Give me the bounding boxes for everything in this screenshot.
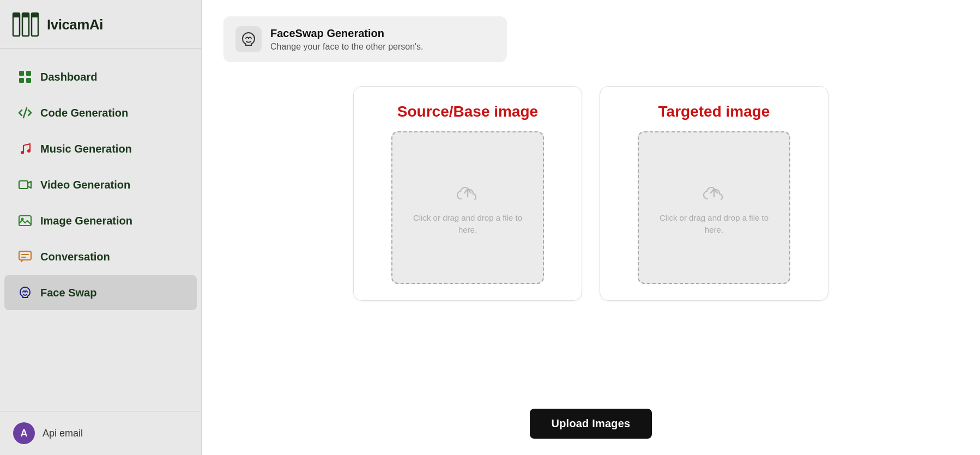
code-icon [17, 105, 33, 120]
svg-rect-5 [32, 13, 38, 17]
sidebar-item-music-generation-label: Music Generation [40, 143, 132, 155]
nav-section: Dashboard Code Generation [0, 48, 201, 411]
source-drop-zone[interactable]: Click or drag and drop a file to here. [391, 131, 544, 284]
sidebar-item-music-generation[interactable]: Music Generation [4, 131, 197, 166]
upload-button-area: Upload Images [223, 409, 958, 439]
svg-point-11 [21, 151, 24, 154]
source-drop-zone-text: Click or drag and drop a file to here. [392, 212, 543, 236]
image-icon [17, 213, 33, 228]
sidebar-item-code-generation[interactable]: Code Generation [4, 95, 197, 130]
sidebar-item-video-generation[interactable]: Video Generation [4, 167, 197, 202]
svg-rect-4 [22, 13, 29, 17]
sidebar-item-conversation[interactable]: Conversation [4, 239, 197, 274]
sidebar-item-code-generation-label: Code Generation [40, 107, 128, 119]
svg-rect-13 [19, 181, 28, 189]
sidebar-item-image-generation-label: Image Generation [40, 215, 132, 227]
cards-row: Source/Base image Click or drag and drop… [223, 75, 958, 390]
sidebar-item-face-swap[interactable]: Face Swap [4, 275, 197, 310]
music-icon [17, 141, 33, 156]
sidebar-item-face-swap-label: Face Swap [40, 287, 96, 299]
svg-rect-16 [19, 251, 31, 260]
conversation-icon [17, 249, 33, 264]
sidebar-item-dashboard[interactable]: Dashboard [4, 59, 197, 94]
user-area: A Api email [0, 411, 201, 455]
sidebar: IvicamAi Dashboard [0, 0, 202, 455]
dashboard-icon [17, 69, 33, 84]
logo-icon [11, 10, 40, 39]
banner-face-swap-icon [235, 26, 262, 52]
banner-title: FaceSwap Generation [270, 27, 424, 40]
svg-rect-14 [19, 216, 31, 226]
target-image-card: Targeted image Click or drag and drop a … [600, 86, 828, 301]
app-name: IvicamAi [47, 16, 103, 33]
banner-subtitle: Change your face to the other person's. [270, 42, 424, 52]
sidebar-item-video-generation-label: Video Generation [40, 179, 130, 191]
logo-area: IvicamAi [0, 0, 201, 48]
user-email-label: Api email [43, 428, 83, 439]
header-banner: FaceSwap Generation Change your face to … [223, 16, 507, 62]
target-drop-zone[interactable]: Click or drag and drop a file to here. [638, 131, 790, 284]
target-drop-zone-text: Click or drag and drop a file to here. [639, 212, 789, 236]
target-upload-icon [701, 179, 727, 205]
avatar: A [13, 422, 35, 444]
sidebar-item-dashboard-label: Dashboard [40, 71, 97, 83]
svg-rect-6 [19, 71, 24, 76]
source-image-card: Source/Base image Click or drag and drop… [353, 86, 582, 301]
svg-rect-9 [26, 78, 31, 83]
video-icon [17, 177, 33, 192]
banner-text: FaceSwap Generation Change your face to … [270, 27, 424, 52]
sidebar-item-conversation-label: Conversation [40, 251, 110, 263]
svg-line-10 [23, 108, 27, 118]
sidebar-item-image-generation[interactable]: Image Generation [4, 203, 197, 238]
svg-point-12 [27, 149, 31, 153]
target-card-title: Targeted image [658, 103, 770, 120]
svg-rect-7 [26, 71, 31, 76]
upload-images-button[interactable]: Upload Images [530, 409, 652, 439]
main-content: FaceSwap Generation Change your face to … [202, 0, 980, 455]
source-card-title: Source/Base image [397, 103, 538, 120]
source-upload-icon [455, 179, 481, 205]
face-swap-icon [17, 285, 33, 300]
svg-rect-3 [13, 13, 20, 17]
svg-rect-8 [19, 78, 24, 83]
